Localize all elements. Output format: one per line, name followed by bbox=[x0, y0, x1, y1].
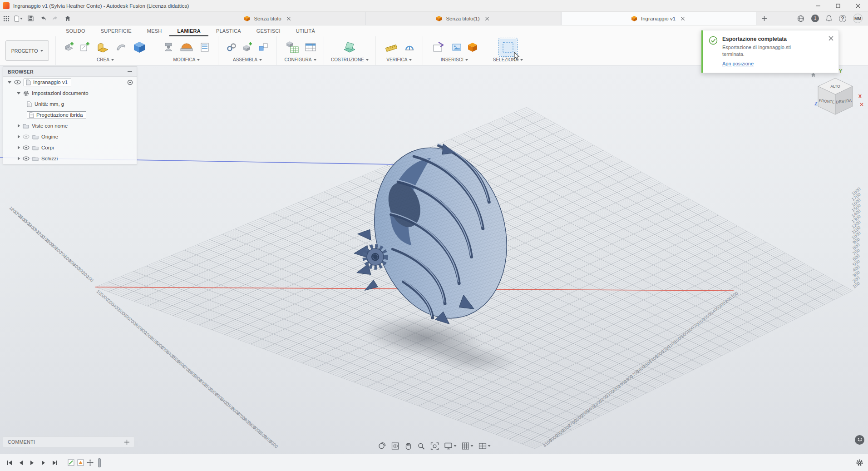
comments-panel-bar[interactable]: COMMENTI bbox=[3, 436, 134, 447]
close-tab-icon[interactable] bbox=[679, 15, 686, 22]
joint-button[interactable] bbox=[225, 41, 238, 54]
chevron-right-icon[interactable] bbox=[18, 124, 20, 128]
grid-settings-icon[interactable] bbox=[462, 442, 473, 450]
redo-icon[interactable] bbox=[49, 12, 61, 25]
timeline-skip-end-button[interactable] bbox=[50, 458, 60, 468]
timeline-position-marker[interactable] bbox=[98, 458, 101, 467]
verifica-menu[interactable]: VERIFICA bbox=[386, 56, 412, 64]
data-panel-toggle-icon[interactable] bbox=[0, 12, 12, 25]
align-button[interactable] bbox=[257, 41, 270, 54]
open-location-link[interactable]: Apri posizione bbox=[722, 61, 754, 66]
close-button[interactable] bbox=[848, 0, 868, 11]
configuration-table-button[interactable] bbox=[304, 41, 317, 54]
close-tab-icon[interactable] bbox=[483, 15, 491, 22]
measure-button[interactable] bbox=[383, 39, 400, 56]
viewports-icon[interactable] bbox=[479, 443, 491, 449]
browser-row-named-views[interactable]: Viste con nome bbox=[3, 120, 137, 131]
browser-row-units[interactable]: Unità: mm, g bbox=[3, 99, 137, 109]
browser-row-settings[interactable]: Impostazioni documento bbox=[3, 88, 137, 99]
timeline-play-button[interactable] bbox=[27, 458, 37, 468]
browser-row-hybrid-design[interactable]: Progettazione ibrida bbox=[3, 109, 137, 120]
job-status-badge[interactable]: 1 bbox=[811, 15, 819, 22]
timeline-settings-gear-icon[interactable] bbox=[856, 459, 863, 466]
timeline-skip-start-button[interactable] bbox=[5, 458, 15, 468]
configura-menu[interactable]: CONFIGURA bbox=[285, 56, 316, 64]
insert-derive-button[interactable] bbox=[430, 39, 447, 56]
target-design-icon[interactable] bbox=[127, 79, 133, 85]
convert-to-sheet-metal-button[interactable] bbox=[131, 39, 148, 56]
home-view-icon[interactable] bbox=[61, 12, 74, 25]
project-menu-button[interactable]: PROGETTO bbox=[5, 40, 49, 61]
user-avatar[interactable]: MM bbox=[853, 14, 863, 23]
viewcube-home-icon[interactable] bbox=[811, 73, 816, 77]
pan-hand-icon[interactable] bbox=[405, 442, 412, 450]
press-brake-button[interactable] bbox=[162, 41, 175, 54]
view-cube[interactable]: ALTO FRONTE DESTRA Y Z X bbox=[810, 71, 861, 122]
timeline-step-back-button[interactable] bbox=[16, 458, 26, 468]
select-button[interactable] bbox=[499, 39, 517, 56]
create-flange-button[interactable] bbox=[63, 41, 75, 54]
close-tab-icon[interactable] bbox=[285, 15, 292, 22]
construction-plane-button[interactable] bbox=[341, 39, 358, 56]
visibility-eye-icon[interactable] bbox=[23, 145, 30, 150]
unfold-button[interactable] bbox=[178, 39, 195, 56]
insert-mcmaster-button[interactable] bbox=[466, 41, 479, 54]
crea-menu[interactable]: CREA bbox=[97, 56, 114, 64]
browser-row-bodies[interactable]: Corpi bbox=[3, 142, 137, 153]
mesh-feature-icon[interactable] bbox=[77, 459, 84, 466]
orbit-icon[interactable] bbox=[378, 442, 386, 450]
new-component-button[interactable] bbox=[241, 41, 254, 54]
timeline-step-forward-button[interactable] bbox=[39, 458, 49, 468]
visibility-eye-off-icon[interactable] bbox=[23, 134, 30, 139]
visibility-eye-icon[interactable] bbox=[14, 80, 21, 84]
ribbon-tab-utilita[interactable]: UTILITÀ bbox=[288, 25, 323, 36]
ribbon-tab-lamiera-active[interactable]: LAMIERA bbox=[169, 25, 208, 36]
ribbon-tab-gestisci[interactable]: GESTISCI bbox=[249, 25, 288, 36]
extensions-globe-icon[interactable] bbox=[797, 15, 804, 22]
save-icon[interactable] bbox=[25, 12, 37, 25]
file-menu-icon[interactable] bbox=[12, 12, 25, 25]
visibility-eye-icon[interactable] bbox=[23, 156, 30, 161]
help-icon[interactable]: ? bbox=[839, 15, 846, 22]
display-settings-icon[interactable] bbox=[444, 442, 457, 450]
sheet-metal-rules-button[interactable] bbox=[198, 41, 211, 54]
configure-button[interactable] bbox=[284, 39, 301, 56]
browser-collapse-icon[interactable] bbox=[128, 71, 132, 72]
browser-row-origin[interactable]: Origine bbox=[3, 131, 137, 142]
create-sketch-button[interactable] bbox=[79, 41, 91, 54]
browser-row-sketches[interactable]: Schizzi bbox=[3, 153, 137, 164]
notifications-bell-icon[interactable] bbox=[826, 15, 832, 22]
chevron-down-icon[interactable] bbox=[8, 81, 11, 84]
undo-icon[interactable] bbox=[37, 12, 49, 25]
costruzione-menu[interactable]: COSTRUZIONE bbox=[331, 56, 369, 64]
zoom-icon[interactable] bbox=[418, 442, 425, 450]
chevron-right-icon[interactable] bbox=[18, 135, 20, 139]
chevron-down-icon[interactable] bbox=[17, 92, 20, 94]
look-at-icon[interactable] bbox=[391, 442, 399, 450]
new-tab-icon[interactable] bbox=[756, 12, 772, 25]
ribbon-tab-superficie[interactable]: SUPERFICIE bbox=[93, 25, 139, 36]
add-comment-icon[interactable] bbox=[124, 440, 129, 445]
fit-view-icon[interactable] bbox=[431, 442, 439, 450]
assembla-menu[interactable]: ASSEMBLA bbox=[233, 56, 262, 64]
sketch-feature-icon[interactable] bbox=[68, 459, 74, 466]
toast-close-icon[interactable] bbox=[827, 35, 834, 42]
ribbon-tab-plastica[interactable]: PLASTICA bbox=[208, 25, 249, 36]
hem-button[interactable] bbox=[115, 41, 128, 54]
flange-button[interactable] bbox=[94, 39, 112, 56]
maximize-button[interactable] bbox=[828, 0, 848, 11]
3d-model-gear[interactable] bbox=[352, 139, 511, 330]
move-feature-icon[interactable] bbox=[87, 459, 94, 466]
ribbon-tab-mesh[interactable]: MESH bbox=[139, 25, 170, 36]
chevron-right-icon[interactable] bbox=[18, 157, 20, 160]
minimize-button[interactable] bbox=[808, 0, 828, 11]
chevron-right-icon[interactable] bbox=[18, 146, 20, 149]
browser-row-root[interactable]: Ingranaggio v1 bbox=[3, 77, 137, 88]
document-tab-2[interactable]: Senza titolo(1) bbox=[366, 12, 561, 25]
ribbon-tab-solido[interactable]: SOLIDO bbox=[58, 25, 93, 36]
insert-image-button[interactable] bbox=[450, 41, 463, 54]
document-tab-3-active[interactable]: Ingranaggio v1 bbox=[561, 12, 756, 25]
assistant-icon[interactable] bbox=[855, 435, 864, 445]
modifica-menu[interactable]: MODIFICA bbox=[173, 56, 200, 64]
inserisci-menu[interactable]: INSERISCI bbox=[441, 56, 468, 64]
